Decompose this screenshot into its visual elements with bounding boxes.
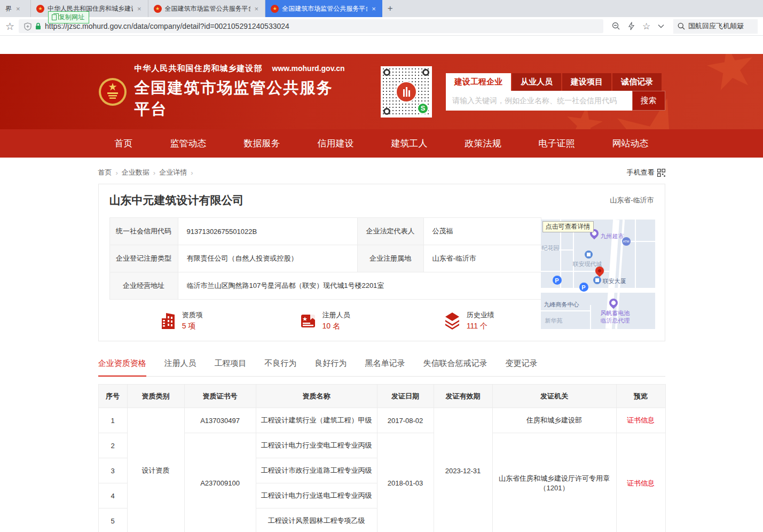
flash-icon[interactable]: [628, 22, 635, 30]
stat-qualifications[interactable]: 资质项 5 项: [109, 310, 253, 331]
breadcrumb: 首页 › 企业数据 › 企业详情 ›: [98, 168, 193, 177]
site-search-widget: 建设工程企业 从业人员 建设项目 诚信记录 搜索: [446, 73, 665, 111]
tab-change-records[interactable]: 变更记录: [506, 355, 538, 376]
col-header-validity: 发证有效期: [434, 385, 492, 408]
tab-qualifications[interactable]: 企业资质资格: [98, 355, 146, 377]
qr-code-icon: [657, 169, 665, 177]
bookmark-star-icon[interactable]: ☆: [5, 20, 14, 33]
stat-value: 111 个: [467, 322, 494, 331]
nav-e-license[interactable]: 电子证照: [539, 137, 575, 150]
qualification-name: 工程设计电力行业变电工程专业丙级: [256, 433, 377, 458]
tab-close-icon[interactable]: ×: [15, 5, 21, 13]
col-header-name: 资质名称: [256, 385, 377, 408]
copy-url-tooltip: 复制网址: [48, 11, 89, 24]
stat-registered-personnel[interactable]: 注册人员 10 名: [253, 310, 397, 331]
shield-icon[interactable]: [24, 22, 32, 30]
col-header-category: 资质类别: [127, 385, 184, 408]
nav-home[interactable]: 首页: [115, 137, 133, 150]
keyword-search-input[interactable]: [446, 91, 632, 111]
tab-bad-behavior[interactable]: 不良行为: [265, 355, 297, 376]
company-location-map[interactable]: 点击可查看详情 九州超市 ATM 纪花园 联安现代城 联安大厦 P P 九峰商务…: [541, 220, 655, 329]
mobile-view-button[interactable]: 手机查看: [627, 168, 665, 177]
certificate-info-link[interactable]: 证书信息: [627, 416, 655, 424]
row-no: 4: [98, 483, 127, 508]
qr-finder-icon: [383, 69, 390, 76]
qualification-name: 工程设计风景园林工程专项乙级: [256, 508, 377, 532]
map-tooltip: 点击可查看详情: [542, 221, 594, 232]
nav-workers[interactable]: 建筑工人: [391, 137, 428, 150]
chevron-right-icon: ›: [191, 169, 193, 177]
breadcrumb-company-data[interactable]: 企业数据: [122, 168, 150, 177]
tab-registered-personnel[interactable]: 注册人员: [164, 355, 196, 376]
zoom-out-icon[interactable]: [612, 22, 620, 30]
tab-good-behavior[interactable]: 良好行为: [315, 355, 347, 376]
map-label-xinhua: 新华苑: [545, 317, 563, 325]
emblem-favicon-icon: ★: [36, 5, 44, 13]
tab-dishonesty-records[interactable]: 失信联合惩戒记录: [423, 355, 487, 376]
search-tab-project[interactable]: 建设项目: [562, 73, 611, 91]
reg-type-value: 有限责任公司（自然人投资或控股）: [178, 245, 357, 272]
chevron-down-icon[interactable]: [658, 24, 664, 28]
platform-title: 全国建筑市场监管公共服务平台: [135, 77, 347, 120]
address-bar[interactable]: https://jzsc.mohurd.gov.cn/data/company/…: [19, 19, 603, 33]
certificate-info-link[interactable]: 证书信息: [627, 479, 655, 487]
breadcrumb-home[interactable]: 首页: [98, 168, 112, 177]
building-poi-icon: [593, 276, 601, 284]
map-label-garden: 纪花园: [542, 244, 560, 252]
cert-number: A137030497: [184, 408, 256, 433]
col-header-cert-no: 资质证书号: [184, 385, 256, 408]
building-poi-icon: [585, 251, 593, 259]
search-tab-enterprise[interactable]: 建设工程企业: [446, 73, 511, 91]
field-label: 企业登记注册类型: [109, 245, 178, 272]
tab-close-icon[interactable]: ×: [254, 5, 260, 13]
tab-close-icon[interactable]: ×: [136, 5, 143, 13]
legal-rep-value: 公茂福: [423, 218, 541, 245]
table-header-row: 序号 资质类别 资质证书号 资质名称 发证日期 发证有效期 发证机关 预览: [98, 385, 665, 408]
nav-site-news[interactable]: 网站动态: [612, 137, 649, 150]
emblem-favicon-icon: ★: [154, 5, 162, 13]
layers-icon: [443, 312, 461, 330]
search-icon: [678, 22, 685, 30]
tab-title: 全国建筑市场监管公共服务平台: [165, 4, 250, 13]
browser-search-box[interactable]: 国航回应飞机颠簸: [673, 19, 758, 34]
https-lock-icon: [35, 22, 41, 30]
parking-icon: P: [579, 283, 588, 292]
qualification-name: 工程设计建筑行业（建筑工程）甲级: [256, 408, 377, 433]
nav-credit[interactable]: 信用建设: [318, 137, 354, 150]
stat-historical-performance[interactable]: 历史业绩 111 个: [397, 310, 540, 331]
qualification-name: 工程设计市政行业道路工程专业丙级: [256, 458, 377, 483]
tab-projects[interactable]: 工程项目: [215, 355, 247, 376]
browser-tab-partial[interactable]: 界 ×: [0, 0, 31, 17]
certificate-book-icon: [300, 312, 317, 330]
nav-policy[interactable]: 政策法规: [465, 137, 501, 150]
emblem-favicon-icon: ★: [271, 5, 279, 13]
col-header-authority: 发证机关: [492, 385, 616, 408]
tab-close-icon[interactable]: ×: [371, 5, 377, 13]
search-tab-personnel[interactable]: 从业人员: [512, 73, 561, 91]
company-summary-panel: 山东中元建筑设计有限公司 山东省-临沂市 统一社会信用代码 9137130267…: [98, 184, 665, 341]
search-button[interactable]: 搜索: [632, 91, 665, 111]
star-decoration: [703, 54, 759, 96]
favorite-star-icon[interactable]: ☆: [642, 21, 650, 32]
stat-label: 历史业绩: [467, 310, 494, 320]
nav-data-service[interactable]: 数据服务: [244, 137, 280, 150]
cert-number: A237009100: [184, 433, 256, 532]
address-value: 临沂市兰山区陶然路107号星河晶都（联安）现代城1号楼2201室: [178, 272, 541, 300]
map-road: [590, 305, 591, 329]
browser-tab-jzsc-1[interactable]: ★ 全国建筑市场监管公共服务平台 ×: [148, 0, 266, 17]
hot-search-text[interactable]: 国航回应飞机颠簸: [688, 21, 744, 31]
map-label-tower: 联安大厦: [603, 277, 626, 285]
site-header: 中华人民共和国住房和城乡建设部 www.mohurd.gov.cn 全国建筑市场…: [0, 54, 763, 129]
field-label: 企业注册属地: [357, 245, 423, 272]
nav-supervision[interactable]: 监管动态: [170, 137, 207, 150]
page-top-gap: [0, 36, 763, 54]
browser-tab-jzsc-active[interactable]: ★ 全国建筑市场监管公共服务平台 ×: [265, 0, 382, 17]
breadcrumb-company-detail[interactable]: 企业详情: [159, 168, 187, 177]
new-tab-button[interactable]: +: [382, 0, 398, 17]
search-tab-credit[interactable]: 诚信记录: [612, 73, 662, 91]
tab-blacklist[interactable]: 黑名单记录: [365, 355, 405, 376]
copy-icon: [52, 14, 57, 20]
atm-icon: ATM: [622, 237, 631, 246]
reg-region-value: 山东省-临沂市: [423, 245, 541, 272]
main-navigation: 首页 监管动态 数据服务 信用建设 建筑工人 政策法规 电子证照 网站动态: [0, 129, 763, 158]
